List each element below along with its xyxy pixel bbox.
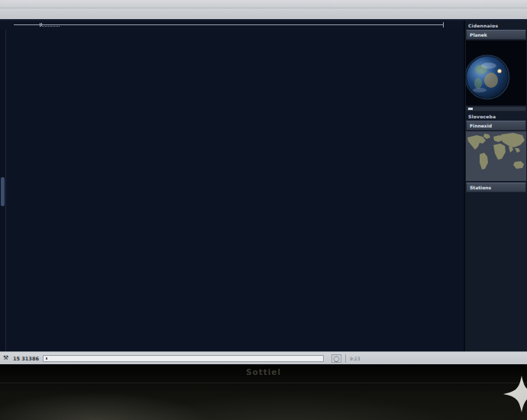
status-counter: 15 31386 (13, 356, 39, 362)
sidebar-slider[interactable] (466, 106, 526, 111)
globe-illustration (466, 40, 526, 105)
status-separator (345, 354, 346, 363)
left-gutter (0, 21, 6, 351)
tools-icon: ⚒ (3, 354, 8, 361)
monitor-bezel: Sottiel (0, 364, 527, 420)
application-window: 9 84 Cidennaios Planek (0, 0, 527, 364)
globe-raypath-view[interactable] (466, 40, 526, 105)
sidebar-title: Cidennaios (465, 21, 527, 30)
scroll-position-marker (46, 357, 47, 360)
time-ruler-bottom[interactable] (0, 21, 464, 30)
status-bar: ⚒ 15 31386 ◯ 9:23 (0, 351, 527, 364)
bezel-edge-highlight (0, 383, 527, 383)
ruler-line (14, 24, 443, 25)
toolbar (0, 8, 527, 21)
sidebar-slider-knob[interactable] (468, 108, 473, 110)
locate-button[interactable]: ◯ (331, 354, 341, 363)
status-time: 9:23 (350, 356, 360, 361)
ruler-end-tick (443, 22, 444, 27)
sidebar-section-planet[interactable]: Planek (466, 30, 526, 40)
horizontal-scrollbar[interactable] (43, 355, 324, 362)
waveform-workspace[interactable]: 9 84 (0, 21, 464, 351)
menu-bar (0, 0, 527, 8)
monitor-brand-logo: Sottiel (0, 367, 527, 376)
stations-header[interactable]: Stations (466, 183, 526, 192)
vertical-scroll-thumb[interactable] (1, 177, 5, 206)
ruler-slider-handle[interactable] (40, 23, 60, 27)
monitor-photo: 9 84 Cidennaios Planek (0, 0, 527, 420)
world-map (466, 131, 526, 179)
sidebar-section-map[interactable]: Finnexid (466, 121, 526, 131)
sparkle-logo-icon (501, 373, 527, 415)
sidebar: Cidennaios Planek (464, 21, 527, 351)
sidebar-subtitle: Slovoceba (465, 111, 527, 121)
world-map-view[interactable] (466, 131, 526, 181)
